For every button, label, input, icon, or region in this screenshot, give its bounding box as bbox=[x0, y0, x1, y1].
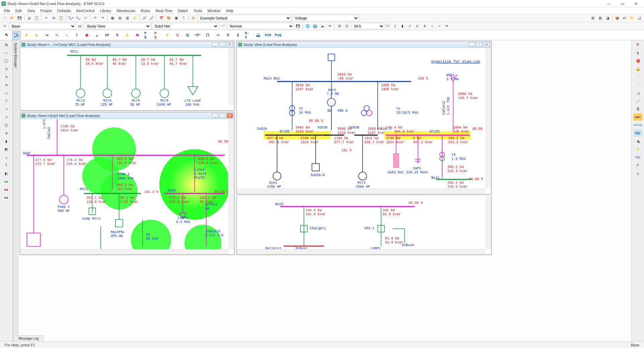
bell-tool-icon[interactable]: 🔔 bbox=[633, 65, 643, 72]
scope-icon[interactable]: ⚙ bbox=[336, 23, 343, 30]
p2-tool-icon[interactable]: P bbox=[633, 162, 643, 169]
network-combo[interactable]: Sub3 Net bbox=[152, 23, 219, 30]
pq2-label[interactable]: P Q bbox=[143, 31, 152, 40]
min-icon[interactable]: _ bbox=[212, 42, 218, 47]
sym2-icon[interactable]: ⫻ bbox=[414, 23, 421, 30]
max-icon[interactable]: ▫ bbox=[476, 42, 482, 47]
menu-rules[interactable]: Rules bbox=[138, 8, 153, 13]
close-icon[interactable]: ✕ bbox=[227, 42, 233, 47]
close-icon[interactable]: ✕ bbox=[484, 42, 490, 47]
pctv-tool-icon[interactable]: %V bbox=[633, 129, 643, 137]
max-icon[interactable]: ▫ bbox=[219, 113, 225, 118]
themes-icon[interactable]: 🎨 bbox=[165, 15, 172, 21]
report-tool-icon[interactable]: 📄 bbox=[633, 73, 643, 80]
compose-tool-icon[interactable]: ◧ bbox=[2, 170, 11, 177]
switch-tool-icon[interactable]: ⤬ bbox=[2, 113, 11, 121]
cut-icon[interactable]: ✂ bbox=[43, 15, 50, 21]
view-icon[interactable]: 🗂 bbox=[76, 23, 83, 30]
help-icon[interactable]: ? bbox=[180, 15, 187, 21]
xfmr-tool-icon[interactable]: ⧈ bbox=[2, 73, 11, 80]
menu-view[interactable]: View bbox=[24, 8, 38, 13]
pq3-label[interactable]: P Q bbox=[153, 31, 162, 40]
motor-start-icon[interactable]: ↝ bbox=[42, 31, 51, 40]
amp-tool-icon[interactable]: ⚡ bbox=[633, 146, 643, 153]
redo-icon[interactable]: ↷ bbox=[99, 15, 106, 21]
scrollbar-h[interactable] bbox=[237, 189, 486, 194]
arc2-icon[interactable]: ⚠ bbox=[123, 31, 131, 40]
opt-icon[interactable]: ≋ bbox=[133, 31, 142, 40]
dot-red-icon[interactable]: ●● bbox=[2, 186, 11, 193]
ts-icon[interactable]: ~ bbox=[62, 31, 71, 40]
box-icon[interactable]: 📦 bbox=[614, 15, 621, 21]
toggle1-icon[interactable]: ▯ bbox=[392, 23, 398, 30]
folder-icon[interactable]: 📁 bbox=[629, 15, 635, 21]
stop-tool-icon[interactable]: ⛔ bbox=[633, 57, 643, 64]
wave-icon[interactable]: 〰 bbox=[219, 23, 226, 30]
find-icon[interactable]: 🔎 bbox=[148, 15, 155, 21]
menu-window[interactable]: Window bbox=[205, 8, 223, 13]
menu-library[interactable]: Library bbox=[97, 8, 114, 13]
unit-tool-icon[interactable]: UNIT bbox=[633, 113, 643, 121]
q2-tool-icon[interactable]: q bbox=[633, 170, 643, 177]
motor-tool-icon[interactable]: ⊙ bbox=[2, 65, 11, 72]
palette-icon[interactable]: ✿ bbox=[190, 15, 197, 21]
scrollbar-v[interactable] bbox=[486, 48, 491, 189]
minimize-button[interactable]: — bbox=[602, 0, 616, 7]
pq-scope-icon[interactable]: ◎ bbox=[183, 31, 192, 40]
zoom-out-icon[interactable]: 🔍- bbox=[75, 15, 82, 21]
v-icon[interactable]: V bbox=[173, 31, 182, 40]
menu-warehouse[interactable]: Warehouse bbox=[114, 8, 138, 13]
wind-tool-icon[interactable]: ✢ bbox=[2, 129, 11, 137]
analyzer-tool-icon[interactable]: 📊 bbox=[633, 89, 643, 97]
bolt-icon[interactable]: ⚡ bbox=[163, 31, 172, 40]
relay2-icon[interactable]: ⟠ bbox=[233, 31, 242, 40]
menu-realtime[interactable]: Real-Time bbox=[153, 8, 175, 13]
xfmr-icon[interactable]: ⋂ bbox=[203, 31, 212, 40]
grid2-icon[interactable]: ▤ bbox=[116, 15, 123, 21]
config-combo[interactable]: Base bbox=[9, 23, 76, 30]
scrollbar-v[interactable] bbox=[229, 48, 234, 105]
tag-icon[interactable]: 🏷 bbox=[621, 15, 628, 21]
network-tool-icon[interactable]: ⊞ bbox=[2, 41, 11, 48]
presentation-combo[interactable]: Study View bbox=[84, 23, 151, 30]
menu-project[interactable]: Project bbox=[38, 8, 54, 13]
sun-icon[interactable]: ☀ bbox=[326, 23, 333, 30]
hyperlink[interactable]: Hyperlink for etap.com bbox=[431, 60, 480, 64]
globe2-icon[interactable]: 🌍 bbox=[312, 23, 318, 30]
plot-tool-icon[interactable]: 📈 bbox=[633, 97, 643, 105]
min-icon[interactable]: _ bbox=[212, 113, 218, 118]
colorbar-icon[interactable]: ▥ bbox=[589, 15, 596, 21]
breaker-tool-icon[interactable]: ▭ bbox=[2, 89, 11, 97]
sym4-icon[interactable]: ⫞ bbox=[429, 23, 435, 30]
zoom-fit-icon[interactable]: ⤢ bbox=[82, 15, 89, 21]
scrollbar-v[interactable] bbox=[486, 196, 491, 249]
vvo-label[interactable]: VVO bbox=[264, 31, 272, 40]
pm-label[interactable]: ±P bbox=[103, 31, 111, 40]
contour-icon[interactable]: ▧ bbox=[597, 15, 603, 21]
copy-icon[interactable]: ⧉ bbox=[50, 15, 57, 21]
p-tool-icon[interactable]: P bbox=[633, 41, 643, 48]
layers-icon[interactable]: ▣ bbox=[173, 15, 179, 21]
min-icon[interactable]: _ bbox=[469, 42, 475, 47]
cable-tool-icon[interactable]: ≋ bbox=[2, 81, 11, 89]
sw-icon[interactable]: ⤻ bbox=[213, 31, 222, 40]
fault-icon[interactable]: ↯ bbox=[223, 31, 232, 40]
inverter-tool-icon[interactable]: ◩ bbox=[2, 146, 11, 153]
scrollbar-h[interactable] bbox=[237, 249, 486, 254]
print-icon[interactable]: 🖨 bbox=[26, 15, 33, 21]
volt-tool-icon[interactable]: 🔌 bbox=[633, 137, 643, 145]
disk-icon[interactable]: 💾 bbox=[294, 23, 301, 30]
scrollbar-v[interactable] bbox=[229, 119, 234, 249]
menu-file[interactable]: File bbox=[1, 8, 13, 13]
max-icon[interactable]: ▫ bbox=[219, 42, 225, 47]
menu-help[interactable]: Help bbox=[223, 8, 236, 13]
bus-tool-icon[interactable]: — bbox=[2, 49, 11, 56]
help-tool-icon[interactable]: ❔ bbox=[633, 81, 643, 89]
paste-icon[interactable]: 📋 bbox=[58, 15, 64, 21]
n2-label[interactable]: N-2 bbox=[244, 31, 252, 40]
dc-icon[interactable]: ⏚ bbox=[93, 31, 101, 40]
print-preview-icon[interactable]: 📋 bbox=[33, 15, 40, 21]
cloud-icon[interactable]: ☁ bbox=[319, 23, 326, 30]
q-tool-icon[interactable]: q bbox=[633, 49, 643, 56]
cap-icon[interactable]: ⊣⊢ bbox=[193, 31, 202, 40]
